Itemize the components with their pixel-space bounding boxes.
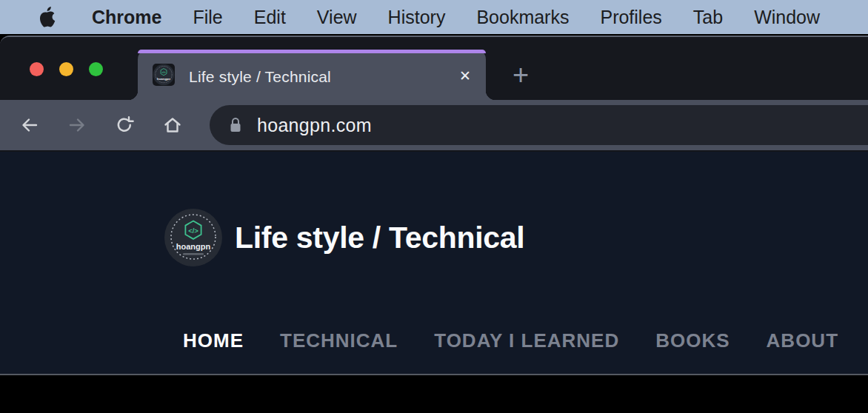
menubar-item-profiles[interactable]: Profiles — [600, 7, 661, 28]
menubar-item-tab[interactable]: Tab — [693, 7, 723, 28]
menubar-item-edit[interactable]: Edit — [254, 7, 286, 28]
traffic-lights — [30, 62, 103, 76]
svg-text:</>: </> — [188, 226, 198, 235]
page-title: Life style / Technical — [235, 221, 524, 255]
address-bar[interactable]: hoangpn.com — [210, 105, 868, 145]
menubar-item-file[interactable]: File — [193, 7, 222, 28]
new-tab-button[interactable]: + — [507, 59, 535, 90]
minimize-window-button[interactable] — [59, 62, 73, 76]
browser-toolbar: hoangpn.com — [0, 100, 868, 152]
logo-tagline — [183, 253, 204, 255]
menubar-item-view[interactable]: View — [317, 7, 357, 28]
macos-menubar: Chrome File Edit View History Bookmarks … — [0, 0, 868, 34]
menubar-item-history[interactable]: History — [388, 7, 446, 28]
site-logo[interactable]: </> hoangpn — [164, 209, 222, 266]
close-window-button[interactable] — [30, 62, 44, 76]
lock-icon[interactable] — [228, 117, 243, 133]
reload-icon[interactable] — [114, 115, 135, 135]
forward-icon[interactable] — [67, 115, 87, 135]
apple-icon[interactable] — [37, 6, 56, 28]
tab-strip: </> hoangpn Life style / Technical ✕ + — [0, 37, 868, 100]
nav-item-books[interactable]: BOOKS — [655, 329, 730, 352]
menubar-item-chrome[interactable]: Chrome — [92, 7, 161, 28]
svg-text:</>: </> — [161, 71, 166, 74]
nav-item-today-i-learned[interactable]: TODAY I LEARNED — [434, 329, 619, 352]
tab-title: Life style / Technical — [189, 53, 331, 100]
webpage-content: </> hoangpn Life style / Technical HOME … — [0, 152, 868, 374]
site-header: </> hoangpn Life style / Technical — [164, 209, 524, 266]
home-icon[interactable] — [162, 115, 183, 135]
back-icon[interactable] — [19, 115, 40, 135]
menubar-item-bookmarks[interactable]: Bookmarks — [476, 7, 569, 28]
window-bottom-divider — [0, 374, 868, 375]
zoom-window-button[interactable] — [89, 62, 103, 76]
svg-text:hoangpn: hoangpn — [157, 77, 170, 81]
active-tab[interactable]: </> hoangpn Life style / Technical ✕ — [138, 50, 486, 100]
menubar-item-window[interactable]: Window — [754, 7, 820, 28]
nav-item-about[interactable]: ABOUT — [767, 329, 838, 352]
logo-text: hoangpn — [176, 242, 211, 251]
browser-window: </> hoangpn Life style / Technical ✕ + — [0, 36, 868, 374]
url-text: hoangpn.com — [257, 115, 372, 136]
nav-item-technical[interactable]: TECHNICAL — [280, 329, 398, 352]
site-nav: HOME TECHNICAL TODAY I LEARNED BOOKS ABO… — [183, 329, 838, 352]
nav-item-home[interactable]: HOME — [183, 329, 244, 352]
tab-close-icon[interactable]: ✕ — [455, 66, 475, 85]
site-favicon-icon: </> hoangpn — [153, 64, 175, 86]
